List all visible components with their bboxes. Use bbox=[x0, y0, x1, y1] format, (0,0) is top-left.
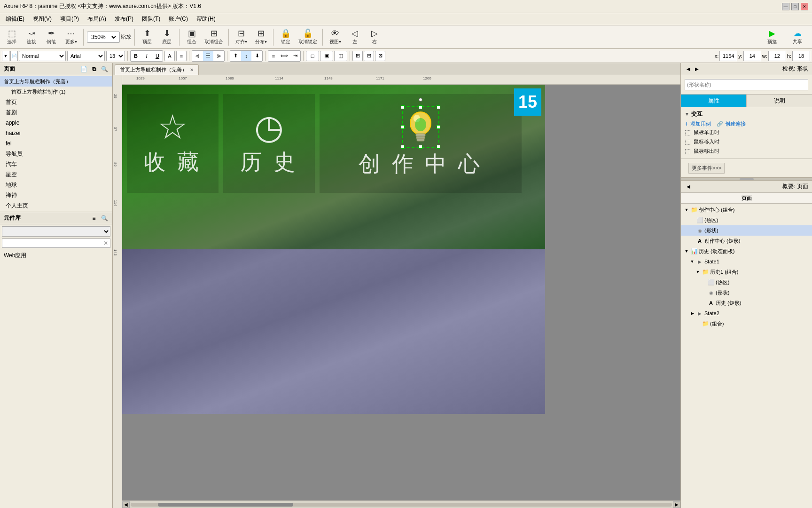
line-spacing-button[interactable]: ≡ bbox=[268, 51, 279, 61]
arrange-v-button[interactable]: ⊟ bbox=[364, 51, 374, 61]
canvas-tab[interactable]: 首页上方导航栏制作（完善） ✕ bbox=[115, 64, 199, 75]
page-item-3[interactable]: 首剧 bbox=[0, 107, 112, 118]
overview-back-btn[interactable]: ◀ bbox=[685, 183, 692, 190]
comp-search-icon[interactable]: 🔍 bbox=[100, 214, 109, 222]
handle-tl[interactable] bbox=[401, 105, 405, 109]
page-item-10[interactable]: 地球 bbox=[0, 180, 112, 190]
page-item-4[interactable]: apple bbox=[0, 118, 112, 128]
align-right-button[interactable]: ⫸ bbox=[214, 51, 224, 61]
tree-item-11[interactable]: 📁 (组合) bbox=[681, 318, 812, 329]
bottom-layer-button[interactable]: ⬇ 底层 bbox=[158, 27, 176, 47]
page-item-7[interactable]: 导航员 bbox=[0, 149, 112, 159]
font-family-select[interactable]: Arial Times New Roman bbox=[67, 51, 105, 61]
page-item-11[interactable]: 禅神 bbox=[0, 190, 112, 200]
unlock-button[interactable]: 🔓 取消锁定 bbox=[297, 27, 319, 47]
font-size-select[interactable]: 13 10 12 14 16 18 bbox=[106, 51, 125, 61]
menu-view[interactable]: 视图(V) bbox=[29, 14, 55, 24]
arrange-h-button[interactable]: ⊞ bbox=[352, 51, 363, 61]
style-dropdown[interactable]: Normal Heading 1 Heading 2 bbox=[19, 51, 66, 61]
bold-button[interactable]: B bbox=[131, 51, 141, 61]
minimize-button[interactable]: — bbox=[782, 3, 789, 10]
comp-item-web[interactable]: Web应用 bbox=[0, 250, 112, 262]
right-button[interactable]: ▷ 右 bbox=[366, 27, 383, 47]
props-tab-properties[interactable]: 属性 bbox=[681, 95, 747, 107]
nav-item-creation[interactable]: 创 作 中 心 bbox=[320, 94, 522, 193]
add-example-label[interactable]: 添加用例 bbox=[690, 120, 711, 127]
select-tool[interactable]: ⬚ 选择 bbox=[3, 27, 21, 47]
tree-item-2[interactable]: ◉ (形状) bbox=[681, 225, 812, 236]
page-item-2[interactable]: 首页 bbox=[0, 97, 112, 107]
menu-team[interactable]: 团队(T) bbox=[138, 14, 164, 24]
text-list-button[interactable]: ≡ bbox=[176, 51, 187, 61]
handle-ml[interactable] bbox=[401, 125, 405, 129]
group-button[interactable]: ▣ 组合 bbox=[183, 27, 201, 47]
props-tab-description[interactable]: 说明 bbox=[747, 95, 812, 107]
distribute-button[interactable]: ⊞ 分布▾ bbox=[252, 27, 270, 47]
handle-mr[interactable] bbox=[437, 125, 440, 129]
page-item-6[interactable]: fei bbox=[0, 138, 112, 149]
inspector-forward-btn[interactable]: ▶ bbox=[693, 65, 701, 73]
page-item-5[interactable]: haizei bbox=[0, 128, 112, 138]
border-color-button[interactable]: ▣ bbox=[320, 51, 333, 61]
comp-category-select[interactable] bbox=[2, 226, 110, 237]
text-color-button[interactable]: A bbox=[164, 51, 175, 61]
zoom-select[interactable]: 350% 200% 100% 75% 50% bbox=[89, 33, 117, 41]
menu-layout[interactable]: 布局(A) bbox=[84, 14, 110, 24]
comp-menu-icon[interactable]: ≡ bbox=[90, 214, 98, 222]
handle-tm[interactable] bbox=[419, 105, 422, 109]
copy-page-icon[interactable]: ⧉ bbox=[90, 65, 98, 73]
more-tool[interactable]: ⋯ 更多▾ bbox=[62, 27, 80, 47]
left-button[interactable]: ◁ 左 bbox=[346, 27, 364, 47]
valign-mid-button[interactable]: ↕ bbox=[241, 51, 251, 61]
maximize-button[interactable]: □ bbox=[791, 3, 799, 10]
align-center-button[interactable]: ☰ bbox=[203, 51, 213, 61]
add-example-row[interactable]: + 添加用例 🔗 创建连接 bbox=[685, 120, 808, 127]
interaction-header[interactable]: ▼ 交互 bbox=[685, 110, 808, 118]
scroll-left-btn[interactable]: ◀ bbox=[122, 501, 130, 508]
arrange-more-button[interactable]: ⊠ bbox=[375, 51, 385, 61]
nav-item-history[interactable]: ◷ 历 史 bbox=[223, 94, 315, 193]
inspector-back-btn[interactable]: ◀ bbox=[685, 65, 692, 73]
tree-item-0[interactable]: ▼ 📁 创作中心 (组合) bbox=[681, 205, 812, 215]
valign-top-button[interactable]: ⬆ bbox=[230, 51, 241, 61]
handle-tr[interactable] bbox=[437, 105, 440, 109]
h-scrollbar[interactable]: ◀ ▶ bbox=[122, 500, 680, 508]
coord-w-input[interactable] bbox=[768, 51, 786, 61]
page-item-1[interactable]: 首页上方导航栏制作 (1) bbox=[0, 87, 112, 97]
menu-help[interactable]: 帮助(H) bbox=[193, 14, 219, 24]
page-item-9[interactable]: 星空 bbox=[0, 169, 112, 180]
handle-bl[interactable] bbox=[401, 145, 405, 149]
handle-bm[interactable] bbox=[419, 145, 422, 149]
ungroup-button[interactable]: ⊞ 取消组合 bbox=[203, 27, 225, 47]
tree-item-6[interactable]: ▼ 📁 历史1 (组合) bbox=[681, 267, 812, 277]
align-button[interactable]: ⊟ 对齐▾ bbox=[232, 27, 250, 47]
nav-item-favorites[interactable]: ☆ 收 藏 bbox=[127, 94, 219, 193]
menu-project[interactable]: 项目(P) bbox=[56, 14, 83, 24]
zoom-box[interactable]: 350% 200% 100% 75% 50% bbox=[87, 32, 120, 43]
comp-search-input[interactable] bbox=[4, 240, 103, 246]
tree-item-3[interactable]: A 创作中心 (矩形) bbox=[681, 236, 812, 246]
pen-tool[interactable]: ✒ 钢笔 bbox=[42, 27, 60, 47]
letter-spacing-button[interactable]: ⟺ bbox=[279, 51, 289, 61]
align-left-button[interactable]: ⫷ bbox=[192, 51, 203, 61]
scroll-right-btn[interactable]: ▶ bbox=[673, 501, 680, 508]
fill-color-button[interactable]: □ bbox=[306, 51, 319, 61]
italic-button[interactable]: I bbox=[141, 51, 152, 61]
menu-account[interactable]: 账户(C) bbox=[165, 14, 192, 24]
close-button[interactable]: ✕ bbox=[801, 3, 808, 10]
tree-item-9[interactable]: A 历史 (矩形) bbox=[681, 298, 812, 308]
page-item-12[interactable]: 个人主页 bbox=[0, 200, 112, 211]
page-item-0[interactable]: 首页上方导航栏制作（完善） bbox=[0, 76, 112, 87]
search-pages-icon[interactable]: 🔍 bbox=[100, 65, 109, 73]
rotate-handle[interactable] bbox=[419, 98, 422, 102]
more-events-button[interactable]: 更多事件>>> bbox=[688, 163, 725, 174]
page-item-8[interactable]: 汽车 bbox=[0, 159, 112, 169]
design-canvas[interactable]: 15 ☆ 收 藏 ◷ 历 史 bbox=[122, 85, 545, 414]
menu-edit[interactable]: 编辑(E) bbox=[2, 14, 28, 24]
indent-button[interactable]: ⇥ bbox=[290, 51, 300, 61]
menu-publish[interactable]: 发布(P) bbox=[111, 14, 137, 24]
tree-item-1[interactable]: ⬜ (热区) bbox=[681, 215, 812, 225]
top-layer-button[interactable]: ⬆ 顶层 bbox=[138, 27, 156, 47]
tab-close-icon[interactable]: ✕ bbox=[190, 67, 194, 72]
create-link-label[interactable]: 创建连接 bbox=[725, 120, 746, 127]
